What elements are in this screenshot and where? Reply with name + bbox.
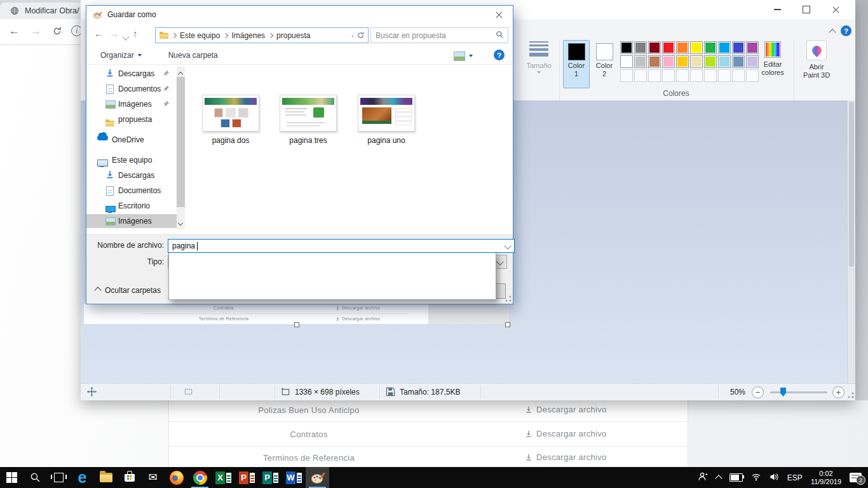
download-link[interactable]: Descargar archivo — [525, 405, 607, 414]
zoom-out-button[interactable]: − — [752, 386, 764, 398]
palette-empty-slot[interactable] — [732, 69, 745, 82]
paint-canvas[interactable]: Contratos Descargar archivo Terminos de … — [84, 304, 509, 324]
sidebar-item-documentos-pc[interactable]: Documentos — [86, 184, 177, 198]
breadcrumb-item[interactable]: Este equipo — [180, 31, 220, 40]
palette-empty-slot[interactable] — [634, 69, 647, 82]
filename-autocomplete-dropdown[interactable] — [168, 252, 496, 300]
filename-input[interactable]: pagina — [168, 239, 515, 253]
canvas-resize-handle[interactable] — [505, 322, 510, 327]
palette-swatch[interactable] — [620, 41, 633, 54]
back-button[interactable]: ← — [9, 25, 20, 37]
taskbar-mail[interactable]: ✉ — [141, 467, 165, 488]
palette-swatch[interactable] — [732, 55, 745, 68]
palette-swatch[interactable] — [676, 41, 689, 54]
refresh-button[interactable] — [353, 27, 369, 43]
palette-empty-slot[interactable] — [704, 69, 717, 82]
show-hidden-icons-chevron[interactable] — [715, 475, 722, 482]
back-button[interactable]: ← — [94, 28, 104, 39]
palette-swatch[interactable] — [634, 55, 647, 68]
download-link[interactable]: Descargar archivo — [525, 452, 607, 462]
edit-colors-button[interactable]: Editar colores — [756, 40, 789, 77]
recent-locations-chevron[interactable] — [123, 32, 128, 41]
minimize-button[interactable] — [763, 0, 792, 19]
sidebar-item-imagenes[interactable]: Imágenes — [86, 97, 177, 111]
palette-empty-slot[interactable] — [620, 69, 633, 82]
up-one-level-button[interactable]: ↑ — [133, 28, 138, 39]
download-link[interactable]: Descargar archivo — [525, 429, 607, 438]
sidebar-item-descargas[interactable]: Descargas — [86, 67, 177, 81]
sidebar-item-documentos[interactable]: Documentos — [86, 82, 177, 96]
forward-button[interactable]: → — [31, 25, 41, 37]
taskbar-excel[interactable]: X — [212, 467, 235, 488]
hide-folders-button[interactable]: Ocultar carpetas — [95, 286, 161, 295]
zoom-slider[interactable] — [770, 391, 827, 393]
sidebar-item-este-equipo[interactable]: Este equipo — [86, 153, 177, 167]
taskbar-chrome[interactable] — [188, 467, 212, 488]
forward-button[interactable]: → — [109, 28, 119, 39]
palette-swatch[interactable] — [634, 41, 647, 54]
palette-swatch[interactable] — [662, 55, 675, 68]
action-center-icon[interactable]: 2 — [850, 473, 862, 482]
taskbar-file-explorer[interactable] — [94, 467, 118, 488]
help-button[interactable]: ? — [841, 25, 851, 36]
taskbar-word[interactable]: W — [282, 467, 306, 488]
canvas-resize-handle[interactable] — [294, 322, 299, 327]
palette-empty-slot[interactable] — [662, 69, 675, 82]
taskbar-search-button[interactable] — [24, 467, 47, 488]
scrollbar-thumb[interactable] — [849, 102, 854, 267]
palette-swatch[interactable] — [732, 41, 745, 54]
battery-icon[interactable] — [729, 473, 743, 482]
sidebar-item-propuesta[interactable]: propuesta — [86, 112, 177, 126]
language-indicator[interactable]: ESP — [787, 473, 803, 482]
close-button[interactable] — [821, 0, 850, 19]
volume-icon[interactable] — [770, 472, 779, 484]
work-area-scrollbar[interactable] — [847, 100, 855, 383]
task-view-button[interactable] — [47, 467, 71, 488]
breadcrumb[interactable]: Este equipo Imágenes propuesta — [155, 27, 362, 43]
collapse-ribbon-button[interactable] — [830, 28, 835, 37]
open-paint3d-button[interactable]: Abrir Paint 3D — [797, 40, 836, 79]
taskbar-edge[interactable]: e — [71, 467, 94, 488]
filename-dropdown-chevron[interactable] — [505, 241, 510, 250]
start-button[interactable] — [0, 467, 24, 488]
taskbar-powerpoint[interactable]: P — [235, 467, 259, 488]
sidebar-item-descargas-pc[interactable]: Descargas — [86, 168, 177, 182]
file-item-pagina-uno[interactable]: pagina uno — [355, 95, 418, 145]
palette-swatch[interactable] — [676, 55, 689, 68]
window-resize-grip[interactable] — [846, 391, 854, 399]
view-mode-button[interactable] — [454, 51, 465, 61]
taskbar-publisher[interactable]: P — [259, 467, 282, 488]
scrollbar-thumb[interactable] — [177, 77, 185, 207]
breadcrumb-item[interactable]: Imágenes — [231, 31, 265, 40]
color2-button[interactable]: Color 2 — [591, 40, 618, 88]
people-icon[interactable] — [698, 471, 708, 484]
palette-swatch[interactable] — [690, 55, 703, 68]
taskbar-firefox[interactable] — [165, 467, 188, 488]
taskbar-store[interactable] — [118, 467, 141, 488]
organize-menu[interactable]: Organizar — [100, 51, 142, 60]
search-input[interactable] — [371, 31, 496, 40]
palette-swatch[interactable] — [690, 41, 703, 54]
sidebar-item-escritorio[interactable]: Escritorio — [86, 199, 177, 213]
maximize-button[interactable] — [792, 0, 821, 19]
breadcrumb-item[interactable]: propuesta — [276, 31, 310, 40]
palette-swatch[interactable] — [704, 41, 717, 54]
palette-swatch[interactable] — [648, 41, 661, 54]
palette-empty-slot[interactable] — [648, 69, 661, 82]
clock[interactable]: 0:02 11/9/2019 — [811, 470, 841, 486]
taskbar-paint-active[interactable] — [306, 467, 329, 488]
palette-swatch[interactable] — [648, 55, 661, 68]
palette-swatch[interactable] — [718, 55, 731, 68]
wifi-icon[interactable] — [751, 472, 761, 484]
palette-swatch[interactable] — [718, 41, 731, 54]
new-folder-button[interactable]: Nueva carpeta — [168, 51, 218, 60]
size-button[interactable]: Tamaño — [521, 39, 557, 74]
palette-swatch[interactable] — [620, 55, 633, 68]
file-item-pagina-tres[interactable]: pagina tres — [276, 95, 340, 145]
palette-swatch[interactable] — [704, 55, 717, 68]
palette-empty-slot[interactable] — [718, 69, 731, 82]
view-mode-caret[interactable] — [469, 55, 473, 57]
color1-button[interactable]: Color 1 — [563, 40, 590, 88]
palette-swatch[interactable] — [662, 41, 675, 54]
dialog-close-button[interactable] — [485, 6, 513, 24]
